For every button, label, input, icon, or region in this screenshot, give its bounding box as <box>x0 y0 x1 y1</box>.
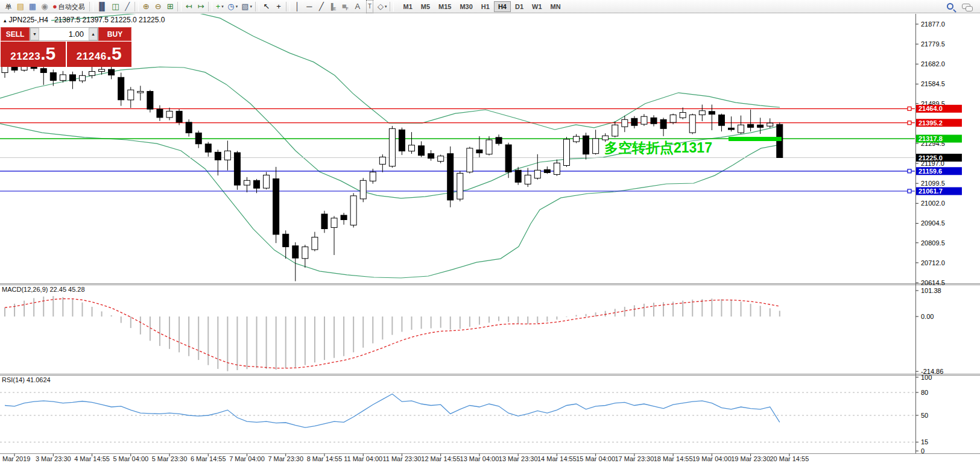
macd-panel <box>5 296 780 371</box>
price-label-text: 21061.7 <box>918 187 943 195</box>
candle-body <box>215 152 221 160</box>
candle-body <box>186 122 192 133</box>
timeframe-button-M1[interactable]: M1 <box>399 1 416 12</box>
zoom-in-icon[interactable]: ⊕ <box>140 1 152 13</box>
chart-shift-icon[interactable]: ↦ <box>195 1 207 13</box>
text-icon: A <box>355 1 361 13</box>
cursor-icon[interactable]: ↖ <box>261 1 273 13</box>
symbol-marker-icon: ▴ <box>4 17 7 24</box>
crosshair-icon[interactable]: + <box>273 1 285 13</box>
price-tick-label: 20614.5 <box>921 279 945 286</box>
candle-body <box>602 136 609 140</box>
candle-body <box>515 170 521 182</box>
volume-decrease-button[interactable]: ▼ <box>30 28 39 40</box>
candle-body <box>321 214 327 229</box>
timeframe-button-W1[interactable]: W1 <box>528 1 546 12</box>
date-label: 18 Mar 14:55 <box>654 455 693 462</box>
tile-windows-icon[interactable]: ⊞ <box>164 1 176 13</box>
autotrading-icon: ● <box>52 1 57 13</box>
timeframe-button-M5[interactable]: M5 <box>417 1 434 12</box>
timeframe-button-MN[interactable]: MN <box>546 1 565 12</box>
market-watch-icon: ▦ <box>29 1 36 13</box>
templates-icon[interactable]: ▧▾ <box>239 1 254 13</box>
candle-body <box>234 153 240 185</box>
rsi-tick-label: 15 <box>921 438 928 446</box>
rsi-tick-label: 50 <box>921 412 928 419</box>
candle-body <box>496 137 502 143</box>
candle-body <box>264 175 270 188</box>
candle-body <box>331 218 337 228</box>
candle-body <box>99 69 105 71</box>
annotation-text: 多空转折点21317 <box>604 140 712 156</box>
toolbar-separator <box>177 2 182 11</box>
rsi-tick-label: 80 <box>921 389 928 396</box>
periods-icon[interactable]: ◷▾ <box>226 1 239 13</box>
vertical-line-icon: │ <box>295 1 300 13</box>
zoom-out-icon[interactable]: ⊖ <box>152 1 164 13</box>
candle-body <box>157 109 163 118</box>
line-chart-icon[interactable]: ╱ <box>121 1 133 13</box>
volume-increase-button[interactable]: ▲ <box>89 28 98 40</box>
date-label: 17 Mar 23:30 <box>615 455 654 462</box>
hline-handle <box>908 169 911 173</box>
new-order-partial-label[interactable]: 单 <box>2 1 14 13</box>
candle-body <box>486 140 492 154</box>
candle-body <box>224 151 230 160</box>
price-tick-label: 21682.0 <box>921 60 945 68</box>
rsi-tick-label: 0 <box>921 447 925 455</box>
sell-price[interactable]: 21223 .5 <box>1 42 66 67</box>
auto-scroll-icon[interactable]: ↤ <box>183 1 195 13</box>
new-order-icon[interactable]: ▤ <box>14 1 27 13</box>
timeframe-button-D1[interactable]: D1 <box>511 1 528 12</box>
candle-body <box>447 154 454 200</box>
auto-scroll-icon: ↤ <box>186 1 192 13</box>
candle-body <box>534 170 540 178</box>
vertical-line-icon[interactable]: │ <box>291 1 303 13</box>
candle-body <box>622 119 628 127</box>
market-watch-icon[interactable]: ▦ <box>27 1 39 13</box>
toolbar-separator <box>255 2 259 11</box>
candlestick-chart-icon: ◫ <box>112 1 119 13</box>
highlight-bar <box>729 137 782 141</box>
date-label: 5 Mar 04:00 <box>113 455 148 462</box>
fibonacci-icon[interactable]: ≡F <box>340 1 352 13</box>
horizontal-line-icon[interactable]: ─ <box>303 1 315 13</box>
trendline-icon[interactable]: ╱ <box>315 1 327 13</box>
bar-chart-icon[interactable]: ▐▌ <box>95 1 109 13</box>
candle-body <box>593 139 599 154</box>
chat-icon[interactable] <box>962 4 970 9</box>
sell-button[interactable]: SELL <box>1 27 30 41</box>
buy-button[interactable]: BUY <box>98 27 131 41</box>
line-chart-icon: ╱ <box>125 1 130 13</box>
candle-body <box>50 73 56 81</box>
date-label: 8 Mar 14:55 <box>307 455 343 462</box>
buy-price[interactable]: 21246 .5 <box>67 42 132 67</box>
signals-icon[interactable]: ◉ <box>39 1 51 13</box>
candle-body <box>525 175 531 184</box>
timeframe-button-M15[interactable]: M15 <box>434 1 455 12</box>
date-label: 11 Mar 04:00 <box>344 455 382 462</box>
indicators-icon[interactable]: +▾ <box>213 1 226 13</box>
candle-body <box>428 154 434 159</box>
timeframe-button-H1[interactable]: H1 <box>477 1 494 12</box>
volume-input[interactable]: 1.00 <box>39 28 89 40</box>
periods-icon-caret: ▾ <box>236 1 238 13</box>
candle-body <box>118 77 124 99</box>
search-icon[interactable] <box>947 3 953 10</box>
text-icon[interactable]: A <box>352 1 364 13</box>
autotrading-icon[interactable]: ●自动交易 <box>51 1 88 13</box>
equidistant-channel-icon[interactable]: ∥E <box>327 1 340 13</box>
hline-handle <box>908 189 911 193</box>
arrows-icon[interactable]: ◇▾ <box>376 1 389 13</box>
chart-canvas[interactable]: 多空转折点2131721877.021779.521682.021584.521… <box>0 0 980 463</box>
timeframe-button-M30[interactable]: M30 <box>455 1 476 12</box>
candlestick-chart-icon[interactable]: ◫ <box>109 1 121 13</box>
candle-body <box>166 111 172 118</box>
candle-body <box>195 133 201 143</box>
timeframe-button-H4[interactable]: H4 <box>494 1 511 12</box>
price-tick-label: 21877.0 <box>921 20 945 28</box>
date-label: 12 Mar 14:55 <box>421 455 460 462</box>
text-label-icon[interactable]: T <box>364 1 376 13</box>
price-label-text: 21225.0 <box>918 154 943 162</box>
price-tick-label: 20904.5 <box>921 219 945 227</box>
